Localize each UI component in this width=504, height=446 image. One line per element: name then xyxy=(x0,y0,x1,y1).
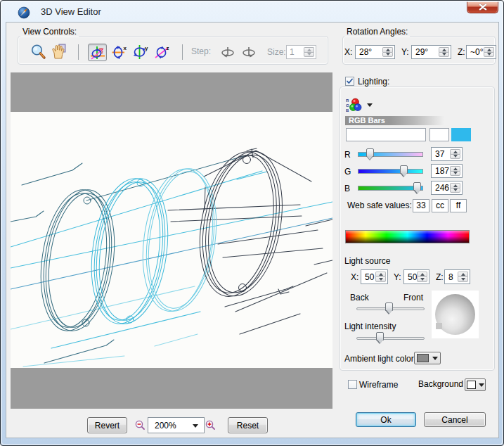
spin-down-icon[interactable] xyxy=(375,276,386,282)
viewport-3d[interactable] xyxy=(11,112,332,368)
background-label: Background xyxy=(418,379,463,389)
light-x-spinbox[interactable]: 50 xyxy=(361,269,388,284)
light-x-label: X: xyxy=(351,272,358,282)
spinner[interactable] xyxy=(417,272,427,282)
spin-down-icon[interactable] xyxy=(484,52,494,58)
slider-g-handle[interactable] xyxy=(400,165,408,174)
step-rotate-left-button[interactable] xyxy=(221,46,235,58)
ok-button-label: Ok xyxy=(380,415,391,425)
step-size-spinner[interactable] xyxy=(304,47,314,57)
spin-up-icon[interactable] xyxy=(417,272,427,276)
light-y-label: Y: xyxy=(394,272,401,282)
svg-text:z: z xyxy=(167,45,169,51)
light-source-label: Light source xyxy=(344,256,390,266)
spin-down-icon[interactable] xyxy=(439,52,449,58)
step-label: Step: xyxy=(191,46,211,56)
zoom-combobox-arrow-icon xyxy=(193,424,198,428)
spin-down-icon[interactable] xyxy=(450,154,460,160)
spin-up-icon[interactable] xyxy=(450,166,460,171)
cancel-button-label: Cancel xyxy=(441,415,467,425)
step-size-spinbox[interactable]: 1 xyxy=(286,45,316,59)
rotation-angles-legend: Rotation Angles: xyxy=(344,27,410,37)
websafe-b-input[interactable]: ff xyxy=(450,199,467,212)
revert-button-label: Revert xyxy=(95,421,119,431)
rotate-z-button[interactable]: z xyxy=(155,44,172,60)
spinner[interactable] xyxy=(450,183,460,193)
websafe-g-input[interactable]: cc xyxy=(432,199,448,212)
zoom-level-combobox[interactable]: 200% xyxy=(148,417,205,433)
step-rotate-right-button[interactable] xyxy=(242,46,256,58)
hue-spectrum-picker[interactable] xyxy=(345,230,470,243)
rotate-free-button[interactable]: xy z xyxy=(88,44,107,61)
rot-y-spinbox[interactable]: 29° xyxy=(411,45,451,59)
background-color-dropdown[interactable] xyxy=(465,378,486,391)
spinner[interactable] xyxy=(450,149,460,159)
spin-down-icon[interactable] xyxy=(382,52,393,58)
close-button[interactable] xyxy=(467,1,498,13)
rot-x-spinbox[interactable]: 28° xyxy=(355,45,395,59)
zoom-in-icon[interactable] xyxy=(205,420,216,431)
rot-z-value: ~0° xyxy=(470,47,483,57)
spin-up-icon[interactable] xyxy=(439,47,449,52)
spin-up-icon[interactable] xyxy=(450,149,460,154)
spin-down-icon[interactable] xyxy=(304,52,314,58)
size-label: Size: xyxy=(267,47,286,57)
revert-button[interactable]: Revert xyxy=(87,417,127,433)
spin-up-icon[interactable] xyxy=(382,47,393,52)
spinner[interactable] xyxy=(382,47,393,57)
light-z-label: Z: xyxy=(436,272,444,282)
rotate-x-button[interactable]: x xyxy=(112,44,129,60)
reset-button[interactable]: Reset xyxy=(228,417,268,433)
rot-z-label: Z: xyxy=(458,47,465,57)
zoom-out-icon[interactable] xyxy=(135,420,146,431)
rotate-y-button[interactable]: y xyxy=(133,44,150,60)
svg-text:G: G xyxy=(346,103,349,108)
spinner[interactable] xyxy=(450,166,460,176)
light-y-spinbox[interactable]: 50 xyxy=(403,269,429,284)
spin-up-icon[interactable] xyxy=(304,47,314,52)
color-name-input[interactable] xyxy=(346,128,426,141)
slider-g-track[interactable] xyxy=(358,169,423,174)
svg-text:x: x xyxy=(124,45,127,51)
cancel-button[interactable]: Cancel xyxy=(424,412,486,427)
slider-b-handle[interactable] xyxy=(413,182,421,191)
front-label: Front xyxy=(403,293,423,302)
step-size-value: 1 xyxy=(290,47,295,57)
light-z-spinbox[interactable]: 8 xyxy=(444,269,470,284)
websafe-r-input[interactable]: 33 xyxy=(413,199,429,212)
depth-slider-handle[interactable] xyxy=(385,302,393,311)
spin-down-icon[interactable] xyxy=(450,171,460,177)
spin-down-icon[interactable] xyxy=(450,188,460,193)
slider-r-handle[interactable] xyxy=(366,148,374,157)
ambient-color-dropdown[interactable] xyxy=(414,352,441,364)
spinner[interactable] xyxy=(484,47,494,57)
ok-button[interactable]: Ok xyxy=(356,412,416,427)
rot-x-value: 28° xyxy=(359,47,372,57)
lighting-checkbox[interactable] xyxy=(345,77,354,86)
color-value-input[interactable] xyxy=(429,128,449,141)
spinner[interactable] xyxy=(439,47,449,57)
pan-tool-icon[interactable] xyxy=(51,43,67,60)
rot-z-spinbox[interactable]: ~0° xyxy=(466,45,496,59)
color-mode-icon[interactable]: R G B xyxy=(346,97,362,113)
slider-r-spinbox[interactable]: 37 xyxy=(431,147,463,161)
spin-up-icon[interactable] xyxy=(484,47,494,52)
spin-down-icon[interactable] xyxy=(458,276,468,282)
titlebar[interactable]: 3D View Editor xyxy=(1,1,503,22)
color-mode-dropdown-icon[interactable] xyxy=(367,103,373,107)
spinner[interactable] xyxy=(458,272,468,282)
slider-g-spinbox[interactable]: 187 xyxy=(431,164,463,178)
svg-text:z: z xyxy=(101,50,103,54)
slider-g-label: G xyxy=(344,167,351,177)
spin-up-icon[interactable] xyxy=(450,183,460,188)
intensity-slider-handle[interactable] xyxy=(376,332,384,340)
intensity-slider-track[interactable] xyxy=(356,337,425,340)
rgb-bars-title: RGB Bars xyxy=(349,116,385,125)
wireframe-checkbox[interactable] xyxy=(348,380,357,389)
spinner[interactable] xyxy=(375,272,386,282)
spin-up-icon[interactable] xyxy=(375,272,386,276)
slider-b-spinbox[interactable]: 246 xyxy=(431,181,463,195)
zoom-tool-icon[interactable] xyxy=(30,44,46,60)
spin-down-icon[interactable] xyxy=(417,276,427,282)
spin-up-icon[interactable] xyxy=(458,272,468,276)
